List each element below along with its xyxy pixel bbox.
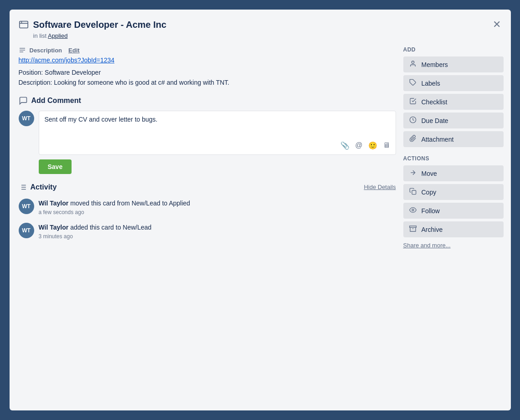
copy-icon [409, 188, 417, 196]
archive-icon [409, 225, 417, 234]
comment-row: WT 📎 @ 🙂 🖥 [19, 111, 396, 155]
hide-details-link[interactable]: Hide Details [364, 184, 396, 190]
follow-icon [409, 206, 417, 215]
in-list-label: in list Applied [33, 32, 504, 39]
left-column: Description Edit http://acme.com/jobs?Jo… [19, 46, 396, 400]
add-comment-title: Add Comment [31, 97, 81, 105]
add-section-title: Add [403, 46, 504, 53]
labels-label: Labels [422, 80, 440, 87]
modal-header: Software Developer - Acme Inc ✕ [19, 19, 504, 31]
activity-label: Activity [31, 183, 57, 191]
due-date-button[interactable]: Due Date [403, 113, 504, 128]
add-comment-section: Add Comment WT 📎 @ 🙂 🖥 Save [19, 96, 396, 174]
description-text: Position: Software Developer Description… [19, 67, 396, 88]
right-column: Add Members Labels [403, 46, 504, 400]
copy-button[interactable]: Copy [403, 184, 504, 200]
actions-section-title: Actions [403, 155, 504, 162]
checklist-button[interactable]: Checklist [403, 94, 504, 110]
activity-author-2: Wil Taylor [39, 224, 69, 231]
card-icon [19, 20, 29, 30]
labels-icon [409, 79, 417, 87]
follow-button[interactable]: Follow [403, 203, 504, 219]
attachment-icon [409, 135, 417, 143]
activity-item-1: WT Wil Taylor moved this card from New/L… [19, 199, 396, 215]
checklist-label: Checklist [422, 98, 448, 106]
description-line1: Position: Software Developer [19, 67, 396, 77]
close-button[interactable]: ✕ [490, 19, 504, 31]
comment-textarea[interactable] [45, 116, 390, 138]
members-icon [409, 60, 417, 69]
activity-title: Activity [19, 183, 57, 191]
activity-icon [19, 183, 27, 191]
activity-section: Activity Hide Details WT Wil Taylor move… [19, 183, 396, 240]
activity-text-1: Wil Taylor moved this card from New/Lead… [39, 199, 190, 208]
activity-avatar-1: WT [19, 199, 34, 214]
description-label: Description [30, 47, 62, 54]
activity-time-2: 3 minutes ago [39, 233, 152, 240]
archive-label: Archive [422, 226, 443, 233]
move-icon [409, 169, 417, 178]
labels-button[interactable]: Labels [403, 75, 504, 91]
emoji-icon[interactable]: 🙂 [368, 141, 377, 150]
checklist-icon [409, 97, 417, 106]
members-label: Members [422, 61, 448, 68]
save-comment-button[interactable]: Save [39, 159, 72, 174]
svg-rect-16 [412, 190, 416, 195]
attach-icon[interactable]: 📎 [340, 141, 350, 150]
card-icon-toolbar[interactable]: 🖥 [383, 141, 390, 150]
attachment-label: Attachment [422, 136, 454, 143]
comment-icon [19, 96, 28, 105]
activity-header: Activity Hide Details [19, 183, 396, 191]
main-content: Description Edit http://acme.com/jobs?Jo… [19, 46, 504, 400]
share-more-link[interactable]: Share and more... [403, 240, 504, 251]
activity-desc-2: added this card to New/Lead [70, 224, 151, 231]
add-comment-header: Add Comment [19, 96, 396, 105]
activity-text-2: Wil Taylor added this card to New/Lead [39, 223, 152, 232]
card-modal: Software Developer - Acme Inc ✕ in list … [10, 10, 511, 410]
comment-box: 📎 @ 🙂 🖥 [39, 111, 396, 155]
archive-button[interactable]: Archive [403, 221, 504, 237]
move-button[interactable]: Move [403, 165, 504, 181]
svg-point-12 [412, 61, 414, 63]
activity-desc-1: moved this card from New/Lead to Applied [70, 200, 190, 207]
in-list-link[interactable]: Applied [48, 32, 67, 39]
members-button[interactable]: Members [403, 56, 504, 72]
comment-toolbar: 📎 @ 🙂 🖥 [45, 141, 390, 150]
description-line2: Description: Looking for someone who is … [19, 77, 396, 87]
description-label-row: Description Edit [19, 46, 396, 54]
mention-icon[interactable]: @ [355, 141, 362, 150]
modal-title: Software Developer - Acme Inc [33, 19, 167, 31]
comment-avatar: WT [19, 111, 34, 126]
move-label: Move [422, 170, 437, 177]
activity-item-2: WT Wil Taylor added this card to New/Lea… [19, 223, 396, 240]
description-icon [19, 46, 26, 54]
description-edit-link[interactable]: Edit [68, 47, 80, 54]
activity-time-1: a few seconds ago [39, 209, 190, 215]
title-row: Software Developer - Acme Inc [19, 19, 167, 31]
activity-author-1: Wil Taylor [39, 200, 69, 207]
description-url[interactable]: http://acme.com/jobs?JobId=1234 [19, 56, 396, 64]
attachment-button[interactable]: Attachment [403, 131, 504, 147]
svg-point-17 [412, 209, 414, 211]
copy-label: Copy [422, 189, 437, 196]
activity-avatar-2: WT [19, 223, 34, 238]
description-section: Description Edit http://acme.com/jobs?Jo… [19, 46, 396, 88]
svg-rect-18 [409, 226, 416, 227]
follow-label: Follow [422, 207, 440, 215]
due-date-label: Due Date [422, 117, 448, 124]
svg-rect-0 [19, 21, 27, 28]
due-date-icon [409, 116, 417, 125]
